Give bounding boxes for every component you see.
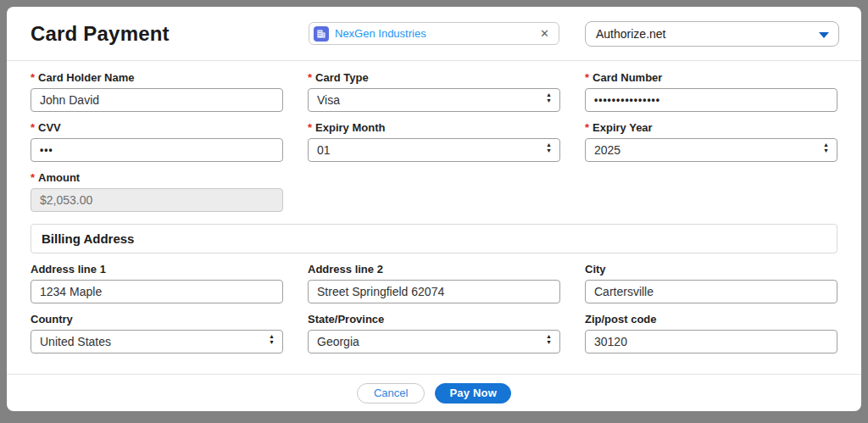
country-label: Country bbox=[31, 313, 283, 326]
field-country: Country United States ▲▼ bbox=[31, 313, 283, 353]
field-city: City bbox=[585, 263, 837, 303]
state-province-value: Georgia bbox=[317, 335, 359, 348]
amount-input bbox=[31, 188, 283, 212]
country-select[interactable]: United States ▲▼ bbox=[31, 330, 283, 353]
required-marker: * bbox=[31, 171, 35, 184]
cvv-label: CVV bbox=[38, 121, 61, 134]
spinner-icon: ▲▼ bbox=[823, 142, 829, 153]
address-line-1-input[interactable] bbox=[31, 280, 283, 303]
expiry-year-select[interactable]: 2025 ▲▼ bbox=[585, 138, 837, 162]
expiry-year-label: Expiry Year bbox=[593, 121, 653, 134]
city-input[interactable] bbox=[585, 280, 837, 303]
country-value: United States bbox=[40, 335, 111, 348]
field-amount: *Amount bbox=[31, 171, 283, 212]
field-cvv: *CVV bbox=[31, 121, 283, 162]
card-type-value: Visa bbox=[317, 93, 340, 107]
company-name: NexGen Industries bbox=[335, 27, 532, 40]
field-address-line-1: Address line 1 bbox=[31, 263, 283, 303]
gateway-value: Authorize.net bbox=[596, 27, 666, 41]
company-selector[interactable]: NexGen Industries ✕ bbox=[309, 22, 559, 45]
billing-address-title: Billing Address bbox=[42, 231, 826, 246]
field-zip-post-code: Zip/post code bbox=[585, 313, 837, 353]
billing-address-section-header: Billing Address bbox=[31, 224, 837, 253]
expiry-year-value: 2025 bbox=[594, 143, 620, 157]
card-type-select[interactable]: Visa ▲▼ bbox=[308, 88, 560, 112]
field-expiry-year: *Expiry Year 2025 ▲▼ bbox=[585, 121, 837, 162]
expiry-month-value: 01 bbox=[317, 143, 331, 157]
city-label: City bbox=[585, 263, 837, 276]
state-province-label: State/Province bbox=[308, 313, 560, 326]
address-line-2-label: Address line 2 bbox=[308, 263, 560, 276]
dialog-footer: Cancel Pay Now bbox=[7, 374, 861, 411]
field-state-province: State/Province Georgia ▲▼ bbox=[308, 313, 560, 353]
clear-company-icon[interactable]: ✕ bbox=[538, 27, 551, 40]
field-card-holder-name: *Card Holder Name bbox=[31, 71, 283, 112]
dialog-header: Card Payment NexGen Industries ✕ bbox=[7, 7, 861, 61]
card-number-input[interactable] bbox=[585, 88, 837, 112]
page-title: Card Payment bbox=[31, 22, 309, 46]
cancel-button[interactable]: Cancel bbox=[357, 383, 425, 404]
card-holder-name-input[interactable] bbox=[31, 88, 283, 112]
amount-label: Amount bbox=[38, 171, 80, 184]
spinner-icon: ▲▼ bbox=[546, 142, 552, 153]
card-payment-dialog: Card Payment NexGen Industries ✕ bbox=[7, 7, 861, 411]
address-line-2-input[interactable] bbox=[308, 280, 560, 303]
chevron-down-icon bbox=[819, 32, 829, 38]
required-marker: * bbox=[585, 121, 589, 134]
address-line-1-label: Address line 1 bbox=[31, 263, 283, 276]
form-body: *Card Holder Name *Card Type Visa ▲▼ *Ca… bbox=[7, 61, 861, 364]
required-marker: * bbox=[31, 71, 35, 84]
building-icon bbox=[314, 26, 329, 42]
spinner-icon: ▲▼ bbox=[546, 334, 552, 345]
card-holder-name-label: Card Holder Name bbox=[38, 71, 134, 84]
pay-now-button[interactable]: Pay Now bbox=[435, 383, 511, 404]
card-number-label: Card Number bbox=[593, 71, 662, 84]
field-expiry-month: *Expiry Month 01 ▲▼ bbox=[308, 121, 560, 162]
required-marker: * bbox=[308, 121, 312, 134]
required-marker: * bbox=[308, 71, 312, 84]
zip-post-code-input[interactable] bbox=[585, 330, 837, 353]
spinner-icon: ▲▼ bbox=[269, 334, 275, 345]
required-marker: * bbox=[585, 71, 589, 84]
expiry-month-select[interactable]: 01 ▲▼ bbox=[308, 138, 560, 162]
cvv-input[interactable] bbox=[31, 138, 283, 162]
spinner-icon: ▲▼ bbox=[546, 92, 552, 103]
field-card-type: *Card Type Visa ▲▼ bbox=[308, 71, 560, 112]
gateway-dropdown[interactable]: Authorize.net bbox=[585, 21, 839, 47]
field-address-line-2: Address line 2 bbox=[308, 263, 560, 303]
expiry-month-label: Expiry Month bbox=[315, 121, 385, 134]
field-card-number: *Card Number bbox=[585, 71, 837, 112]
zip-post-code-label: Zip/post code bbox=[585, 313, 837, 326]
required-marker: * bbox=[31, 121, 35, 134]
card-type-label: Card Type bbox=[315, 71, 369, 84]
state-province-select[interactable]: Georgia ▲▼ bbox=[308, 330, 560, 353]
